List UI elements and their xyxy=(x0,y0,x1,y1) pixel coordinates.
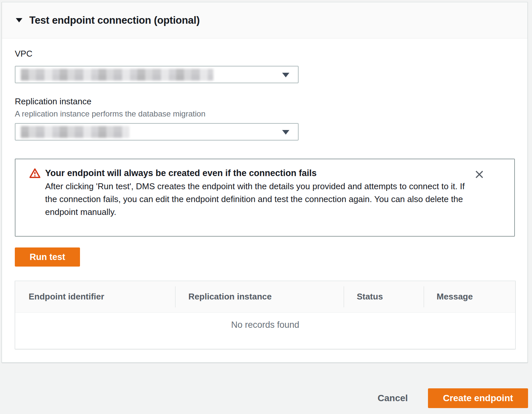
section-title: Test endpoint connection (optional) xyxy=(29,14,200,26)
replication-instance-redacted-value xyxy=(21,126,129,138)
test-endpoint-section-card: Test endpoint connection (optional) VPC … xyxy=(2,2,528,363)
caret-down-icon xyxy=(282,73,289,77)
connection-test-results-table: Endpoint identifier Replication instance… xyxy=(15,281,516,349)
column-divider xyxy=(424,286,424,307)
column-header-replication-instance: Replication instance xyxy=(175,281,343,312)
vpc-select[interactable] xyxy=(15,66,299,83)
collapse-triangle-icon xyxy=(16,18,22,22)
close-icon xyxy=(474,169,484,179)
dismiss-warning-button[interactable] xyxy=(473,168,486,181)
warning-title: Your endpoint will always be created eve… xyxy=(45,168,317,178)
replication-instance-label: Replication instance xyxy=(15,96,92,107)
empty-state-text: No records found xyxy=(15,313,515,330)
vpc-label: VPC xyxy=(15,49,32,59)
replication-instance-select[interactable] xyxy=(15,123,299,141)
warning-icon xyxy=(29,168,40,178)
vpc-redacted-value xyxy=(21,69,213,81)
column-divider xyxy=(344,286,344,307)
section-header-toggle[interactable]: Test endpoint connection (optional) xyxy=(2,2,527,39)
table-header-row: Endpoint identifier Replication instance… xyxy=(15,281,515,313)
column-header-message: Message xyxy=(423,281,515,312)
column-header-status: Status xyxy=(343,281,423,312)
run-test-button[interactable]: Run test xyxy=(15,247,80,267)
column-header-endpoint-identifier: Endpoint identifier xyxy=(15,281,175,312)
caret-down-icon xyxy=(282,130,289,135)
warning-body: After clicking 'Run test', DMS creates t… xyxy=(45,180,473,219)
cancel-button[interactable]: Cancel xyxy=(368,390,417,406)
warning-banner: Your endpoint will always be created eve… xyxy=(15,159,515,237)
create-endpoint-button[interactable]: Create endpoint xyxy=(428,388,528,408)
replication-instance-description: A replication instance performs the data… xyxy=(15,109,205,118)
column-divider xyxy=(175,286,175,307)
table-body: No records found xyxy=(15,313,515,349)
